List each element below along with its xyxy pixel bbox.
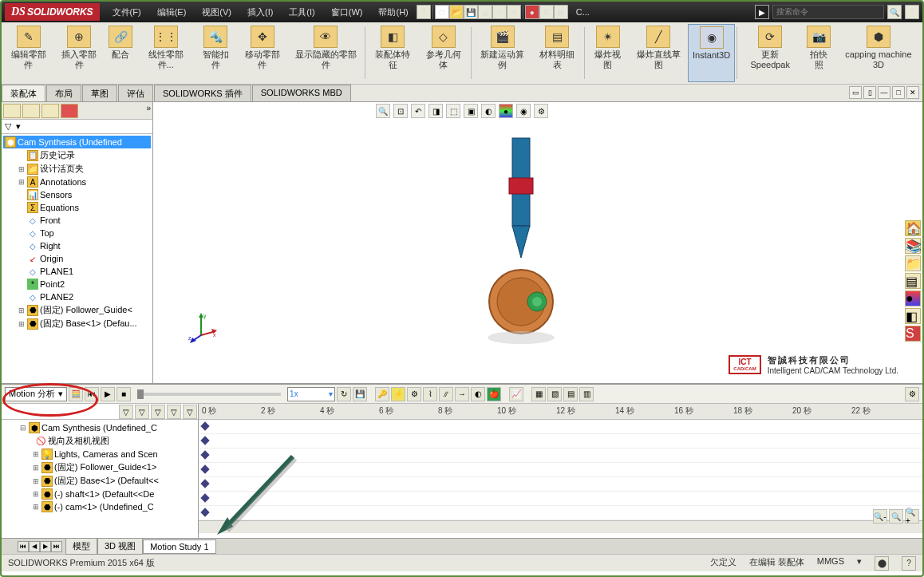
- rb-move-component[interactable]: ✥移动零部件: [237, 24, 288, 82]
- expand-icon[interactable]: ⊞: [18, 165, 26, 173]
- loop-icon[interactable]: ↻: [337, 387, 351, 401]
- mp1-icon[interactable]: ▦: [531, 387, 546, 401]
- filter2-icon[interactable]: ▽: [135, 405, 149, 419]
- rb-explode-line[interactable]: ╱爆炸直线草图: [629, 24, 688, 82]
- tab-addins[interactable]: SOLIDWORKS 插件: [154, 85, 251, 101]
- tree-item[interactable]: 📋历史记录: [3, 148, 151, 162]
- rb-bom[interactable]: ▤材料明细表: [532, 24, 583, 82]
- mtree-item[interactable]: ⊞⬣(-) cam<1> (Undefined_C: [3, 500, 196, 513]
- gravity-icon[interactable]: 🍎: [487, 387, 501, 401]
- options-icon[interactable]: ⚙: [539, 5, 554, 19]
- zoom-fit-icon[interactable]: 🔍: [889, 509, 903, 524]
- tl-row[interactable]: [199, 434, 922, 449]
- fm-tab-tree-icon[interactable]: [3, 104, 21, 118]
- appearance-icon[interactable]: ●: [499, 104, 513, 118]
- keyframe-icon[interactable]: [200, 464, 209, 473]
- expand-icon[interactable]: ⊞: [18, 306, 26, 314]
- undo-icon[interactable]: ↶: [492, 5, 507, 19]
- motion-type-dropdown[interactable]: Motion 分析 ▾: [5, 387, 67, 401]
- rb-insert-component[interactable]: ⊕插入零部件: [54, 24, 105, 82]
- wizard-icon[interactable]: ⚡: [391, 387, 405, 401]
- rb-capping[interactable]: ⬢capping machine 3D: [836, 24, 921, 82]
- tree-item[interactable]: ⊞AAnnotations: [3, 176, 151, 188]
- status-units[interactable]: MMGS: [817, 556, 844, 571]
- expand-icon[interactable]: ⊞: [32, 503, 40, 511]
- menu-view[interactable]: 视图(V): [194, 6, 239, 18]
- quick-access[interactable]: C...: [568, 7, 598, 17]
- btab-model[interactable]: 模型: [65, 538, 97, 555]
- new-icon[interactable]: □: [435, 5, 449, 19]
- feature-tree[interactable]: ⬢Cam Synthesis (Undefined 📋历史记录 ⊞📁设计活页夹 …: [2, 134, 152, 383]
- tp-custom-icon[interactable]: ◧: [905, 308, 921, 324]
- view-settings-icon[interactable]: ⚙: [534, 104, 548, 118]
- tl-row[interactable]: [199, 463, 922, 477]
- rb-instant3d[interactable]: ◉Instant3D: [688, 24, 734, 82]
- nav-last-icon[interactable]: ⏭: [51, 541, 62, 552]
- tab-mbd[interactable]: SOLIDWORKS MBD: [252, 85, 351, 101]
- tree-item[interactable]: *Point2: [3, 278, 151, 290]
- tp-view-icon[interactable]: ▤: [905, 273, 921, 289]
- tl-row[interactable]: [199, 477, 922, 492]
- help2-icon[interactable]: ?: [905, 5, 919, 19]
- rb-edit-component[interactable]: ✎编辑零部件: [3, 24, 54, 82]
- tp-home-icon[interactable]: 🏠: [905, 220, 921, 236]
- zoom-area-icon[interactable]: ⊡: [393, 104, 408, 118]
- keyframe-icon[interactable]: [200, 450, 209, 459]
- expand-icon[interactable]: ⊞: [32, 477, 40, 485]
- zoom-out-icon[interactable]: 🔍-: [873, 509, 887, 524]
- scene-icon[interactable]: ◉: [516, 104, 531, 118]
- expand-icon[interactable]: ⊞: [18, 178, 26, 186]
- view-orient-icon[interactable]: ⬚: [446, 104, 460, 118]
- mp2-icon[interactable]: ▧: [547, 387, 562, 401]
- hide-show-icon[interactable]: ◐: [481, 104, 496, 118]
- tree-item[interactable]: ◇PLANE2: [3, 290, 151, 303]
- spring-icon[interactable]: ⌇: [423, 387, 437, 401]
- timeline-rows[interactable]: [199, 420, 922, 520]
- dropdown-icon[interactable]: ▾: [16, 121, 21, 132]
- settings-icon[interactable]: ⚙: [905, 387, 919, 401]
- keyframe-icon[interactable]: [200, 436, 209, 445]
- filter3-icon[interactable]: ▽: [151, 405, 165, 419]
- menu-tools[interactable]: 工具(I): [281, 6, 322, 18]
- btab-motion-study[interactable]: Motion Study 1: [143, 539, 215, 554]
- mtree-item[interactable]: 🚫视向及相机视图: [3, 434, 196, 448]
- minimize-icon[interactable]: —: [878, 86, 890, 99]
- tree-item[interactable]: ΣEquations: [3, 201, 151, 214]
- expand-icon[interactable]: ⊞: [18, 320, 26, 328]
- tree-root[interactable]: ⬢Cam Synthesis (Undefined: [3, 136, 151, 148]
- rb-speedpak[interactable]: ⟳更新Speedpak: [739, 24, 802, 82]
- menu-edit[interactable]: 编辑(E): [149, 6, 195, 18]
- btab-3dview[interactable]: 3D 视图: [97, 538, 143, 555]
- playback-speed[interactable]: 1x▾: [287, 387, 335, 401]
- rb-reference-geom[interactable]: ◇参考几何体: [418, 24, 469, 82]
- expand-icon[interactable]: ⊞: [32, 490, 40, 498]
- funnel-icon[interactable]: ▽: [5, 121, 16, 132]
- rb-explode-view[interactable]: ✴爆炸视图: [586, 24, 629, 82]
- tl-row[interactable]: [199, 449, 922, 463]
- tp-appearance-icon[interactable]: ●: [905, 290, 921, 306]
- menu-file[interactable]: 文件(F): [105, 6, 149, 18]
- timeline-ruler[interactable]: 0 秒 2 秒 4 秒 6 秒 8 秒 10 秒 12 秒 14 秒 16 秒 …: [199, 404, 922, 420]
- print-icon[interactable]: 🖨: [478, 5, 492, 19]
- tree-item[interactable]: ⊞📁设计活页夹: [3, 162, 151, 176]
- tree-item[interactable]: ⊞⬣(固定) Follower_Guide<: [3, 303, 151, 317]
- open-icon[interactable]: 📂: [449, 5, 464, 19]
- expand-icon[interactable]: »: [146, 104, 151, 117]
- rb-new-motion[interactable]: 🎬新建运动算例: [473, 24, 532, 82]
- zoom-in-icon[interactable]: 🔍+: [905, 509, 919, 524]
- filter1-icon[interactable]: ▽: [119, 405, 133, 419]
- tree-item[interactable]: ◇Top: [3, 227, 151, 239]
- tile-h-icon[interactable]: ▭: [849, 86, 862, 99]
- mtree-item[interactable]: ⊞⬣(固定) Follower_Guide<1>: [3, 460, 196, 474]
- tree-item[interactable]: 📊Sensors: [3, 188, 151, 201]
- rb-mate[interactable]: 🔗配合: [105, 24, 136, 82]
- macro-icon[interactable]: ⬤: [875, 556, 889, 571]
- tree-item[interactable]: ◇Front: [3, 214, 151, 227]
- calculate-icon[interactable]: 🧮: [69, 387, 83, 401]
- mtree-item[interactable]: ⊟⬢Cam Synthesis (Undefined_C: [3, 421, 196, 434]
- mp4-icon[interactable]: ▥: [579, 387, 594, 401]
- expand-icon[interactable]: ⊞: [32, 450, 40, 458]
- expand-icon[interactable]: ⊞: [32, 464, 40, 472]
- menu-help[interactable]: 帮助(H): [370, 6, 416, 18]
- tree-item[interactable]: ⊞⬣(固定) Base<1> (Defau...: [3, 317, 151, 330]
